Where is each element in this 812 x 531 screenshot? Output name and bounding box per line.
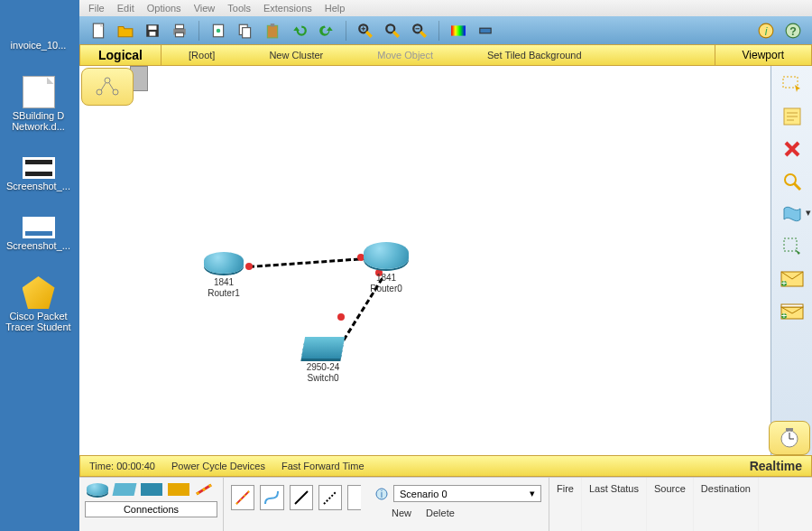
pdu-col-laststatus[interactable]: Last Status bbox=[582, 478, 647, 531]
svg-line-32 bbox=[101, 83, 106, 90]
image-icon bbox=[23, 157, 55, 179]
wizard-button[interactable] bbox=[207, 20, 230, 42]
connection-console[interactable] bbox=[260, 485, 283, 510]
svg-rect-11 bbox=[267, 25, 277, 38]
power-cycle-button[interactable]: Power Cycle Devices bbox=[171, 461, 265, 471]
pdu-col-source[interactable]: Source bbox=[647, 478, 694, 531]
device-category-label: Connections bbox=[85, 501, 217, 517]
bottom-panel: Connections i Scenario 0▾ New Delete Fir… bbox=[79, 477, 812, 531]
open-button[interactable] bbox=[114, 20, 137, 42]
time-label: Time: 00:00:40 bbox=[89, 461, 155, 471]
info-button[interactable]: i bbox=[754, 20, 778, 42]
device-category-connections[interactable] bbox=[195, 483, 217, 496]
svg-text:+: + bbox=[780, 310, 786, 320]
zoom-out-button[interactable] bbox=[408, 20, 431, 42]
save-button[interactable] bbox=[141, 20, 164, 42]
device-model: 2950-24 bbox=[287, 362, 359, 373]
desktop-icon-screenshot2[interactable]: Screenshot_... bbox=[0, 211, 77, 255]
device-model: 1841 bbox=[350, 273, 422, 284]
note-tool[interactable] bbox=[779, 106, 806, 127]
logical-tab-icon[interactable] bbox=[81, 68, 134, 106]
svg-point-31 bbox=[105, 78, 110, 83]
resize-tool[interactable] bbox=[779, 236, 806, 257]
tool-palette: ▾ + + bbox=[770, 66, 812, 455]
svg-text:+: + bbox=[780, 277, 786, 287]
svg-line-56 bbox=[324, 491, 337, 504]
svg-rect-6 bbox=[176, 33, 184, 37]
pdu-table: Fire Last Status Source Destination bbox=[549, 478, 812, 531]
zoom-reset-button[interactable] bbox=[381, 20, 404, 42]
new-button[interactable] bbox=[87, 20, 110, 42]
svg-text:?: ? bbox=[789, 24, 797, 37]
device-name: Router0 bbox=[350, 284, 422, 294]
svg-rect-54 bbox=[786, 428, 793, 431]
shape-tool[interactable]: ▾ bbox=[779, 203, 806, 225]
select-tool[interactable] bbox=[779, 73, 806, 95]
menu-view[interactable]: View bbox=[194, 3, 216, 14]
svg-line-55 bbox=[295, 491, 308, 504]
delete-scenario-button[interactable]: Delete bbox=[426, 508, 455, 518]
info-icon: i bbox=[375, 488, 388, 500]
new-cluster-button[interactable]: New Cluster bbox=[242, 50, 350, 61]
fast-forward-button[interactable]: Fast Forward Time bbox=[281, 461, 364, 471]
pdu-col-destination[interactable]: Destination bbox=[694, 478, 759, 531]
device-category-wireless[interactable] bbox=[168, 483, 189, 496]
device-category-hubs[interactable] bbox=[141, 483, 162, 496]
connection-auto[interactable] bbox=[231, 485, 254, 510]
set-tiled-background-button[interactable]: Set Tiled Background bbox=[460, 50, 609, 61]
paste-button[interactable] bbox=[261, 20, 284, 42]
svg-rect-48 bbox=[781, 304, 803, 307]
redo-button[interactable] bbox=[315, 20, 338, 42]
new-scenario-button[interactable]: New bbox=[392, 508, 411, 518]
scenario-select[interactable]: Scenario 0▾ bbox=[393, 485, 541, 502]
desktop-icon-label: Screenshot_... bbox=[2, 181, 75, 191]
connection-fiber[interactable] bbox=[347, 485, 361, 510]
connection-straight[interactable] bbox=[290, 485, 313, 510]
svg-line-33 bbox=[109, 83, 114, 90]
desktop-icon-screenshot1[interactable]: Screenshot_... bbox=[0, 152, 77, 195]
custom-devices-button[interactable] bbox=[474, 20, 497, 42]
undo-button[interactable] bbox=[288, 20, 311, 42]
menu-help[interactable]: Help bbox=[325, 3, 346, 14]
device-category-switches[interactable] bbox=[112, 483, 136, 496]
zoom-in-button[interactable] bbox=[354, 20, 377, 42]
device-model: 1841 bbox=[188, 277, 260, 288]
svg-point-8 bbox=[217, 28, 221, 33]
palette-button[interactable] bbox=[447, 20, 470, 42]
svg-line-14 bbox=[366, 32, 372, 37]
menu-file[interactable]: File bbox=[88, 3, 105, 14]
simple-pdu-tool[interactable]: + bbox=[779, 268, 806, 290]
desktop-icon-invoice[interactable]: invoice_10... bbox=[0, 0, 77, 54]
pdu-col-fire[interactable]: Fire bbox=[549, 478, 582, 531]
realtime-tab-icon[interactable] bbox=[769, 421, 810, 455]
workspace-canvas[interactable]: 1841 Router1 1841 Router0 2950-24 Switch… bbox=[79, 66, 770, 455]
device-router1[interactable]: 1841 Router1 bbox=[188, 252, 260, 299]
complex-pdu-tool[interactable]: + bbox=[779, 301, 806, 322]
help-button[interactable]: ? bbox=[781, 20, 805, 42]
delete-tool[interactable] bbox=[779, 138, 806, 160]
connection-crossover[interactable] bbox=[318, 485, 342, 510]
logical-tab[interactable]: Logical bbox=[80, 45, 161, 65]
desktop-icon-networkfile[interactable]: SBuilding D Network.d... bbox=[0, 70, 77, 135]
device-router0[interactable]: 1841 Router0 bbox=[350, 242, 422, 294]
desktop: invoice_10... SBuilding D Network.d... S… bbox=[0, 0, 81, 531]
device-category-routers[interactable] bbox=[87, 483, 108, 496]
menu-edit[interactable]: Edit bbox=[117, 3, 134, 14]
menu-options[interactable]: Options bbox=[147, 3, 181, 14]
svg-rect-43 bbox=[784, 238, 797, 251]
svg-text:i: i bbox=[381, 489, 383, 499]
inspect-tool[interactable] bbox=[779, 171, 806, 192]
copy-button[interactable] bbox=[234, 20, 257, 42]
device-name: Switch0 bbox=[287, 373, 359, 384]
desktop-icon-label: invoice_10... bbox=[2, 40, 75, 51]
menu-tools[interactable]: Tools bbox=[227, 3, 251, 14]
desktop-icon-packettracer[interactable]: Cisco Packet Tracer Student bbox=[0, 271, 77, 336]
realtime-tab[interactable]: Realtime bbox=[750, 459, 802, 473]
print-button[interactable] bbox=[168, 20, 191, 42]
root-breadcrumb[interactable]: [Root] bbox=[161, 50, 242, 61]
menu-extensions[interactable]: Extensions bbox=[263, 3, 312, 14]
device-switch0[interactable]: 2950-24 Switch0 bbox=[287, 337, 359, 384]
viewport-button[interactable]: Viewport bbox=[715, 45, 811, 65]
svg-line-18 bbox=[393, 32, 399, 37]
move-object-button[interactable]: Move Object bbox=[350, 50, 460, 61]
